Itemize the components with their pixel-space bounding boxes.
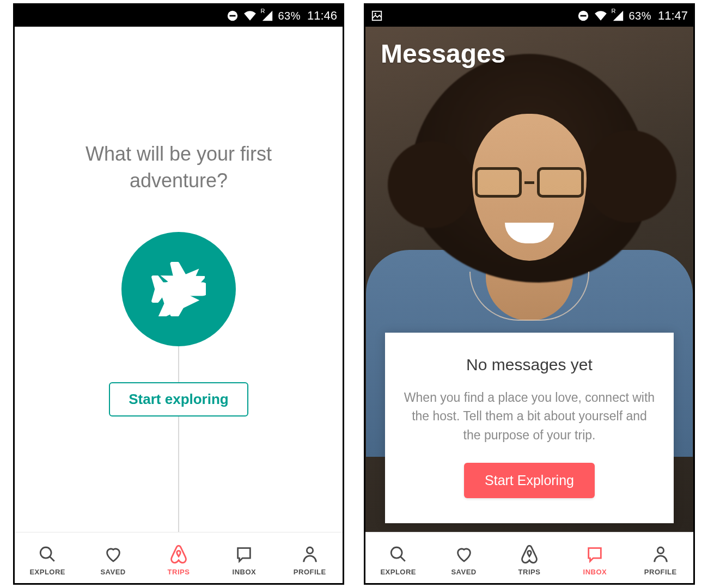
wifi-icon	[243, 10, 257, 22]
person-icon	[650, 543, 672, 565]
dnd-icon	[227, 10, 239, 22]
start-exploring-button[interactable]: Start Exploring	[464, 463, 595, 498]
signal-icon: R	[261, 10, 273, 22]
card-body: When you find a place you love, connect …	[404, 388, 655, 445]
trips-empty-state: What will be your first adventure? Start…	[15, 27, 343, 532]
nav-explore[interactable]: EXPLORE	[20, 543, 75, 576]
nav-saved[interactable]: SAVED	[437, 543, 491, 576]
person-icon	[299, 543, 321, 565]
nav-trips[interactable]: TRIPS	[151, 543, 206, 576]
card-title: No messages yet	[404, 356, 655, 374]
connector-line	[178, 346, 179, 382]
phone-screen-inbox: R 63% 11:47 Messages No messages yet Whe…	[364, 3, 695, 585]
nav-label: SAVED	[100, 568, 125, 576]
nav-label: INBOX	[583, 568, 607, 576]
chat-icon	[233, 543, 255, 565]
search-icon	[387, 543, 409, 565]
clock: 11:47	[658, 9, 688, 23]
svg-rect-8	[581, 15, 587, 17]
nav-label: INBOX	[233, 568, 257, 576]
airplane-circle-icon	[121, 232, 236, 346]
svg-point-4	[307, 547, 313, 553]
bottom-nav: EXPLORE SAVED TRIPS INBOX PROFILE	[365, 532, 693, 583]
empty-messages-card: No messages yet When you find a place yo…	[385, 333, 674, 524]
svg-line-10	[400, 556, 405, 561]
nav-saved[interactable]: SAVED	[86, 543, 141, 576]
nav-label: PROFILE	[644, 568, 677, 576]
heart-icon	[102, 543, 124, 565]
heart-icon	[453, 543, 475, 565]
signal-roaming-label: R	[611, 8, 615, 14]
status-bar: R 63% 11:46	[15, 5, 343, 27]
nav-label: PROFILE	[294, 568, 326, 576]
nav-label: SAVED	[451, 568, 476, 576]
chat-icon	[584, 543, 606, 565]
svg-point-2	[40, 547, 51, 558]
nav-inbox[interactable]: INBOX	[567, 543, 622, 576]
connector-line	[178, 416, 179, 532]
trips-prompt: What will be your first adventure?	[64, 141, 293, 194]
nav-label: TRIPS	[168, 568, 190, 576]
phone-screen-trips: R 63% 11:46 What will be your first adve…	[13, 3, 344, 585]
svg-line-3	[50, 556, 54, 561]
image-notification-icon	[371, 10, 383, 22]
signal-icon: R	[612, 10, 624, 22]
nav-label: TRIPS	[518, 568, 541, 576]
battery-percentage: 63%	[628, 10, 651, 22]
nav-label: EXPLORE	[380, 568, 416, 576]
signal-roaming-label: R	[260, 8, 265, 14]
nav-profile[interactable]: PROFILE	[283, 543, 337, 576]
svg-point-6	[375, 13, 376, 15]
svg-point-9	[391, 547, 402, 558]
nav-label: EXPLORE	[29, 568, 65, 576]
clock: 11:46	[307, 9, 337, 23]
inbox-content: Messages No messages yet When you find a…	[365, 27, 693, 532]
nav-inbox[interactable]: INBOX	[217, 543, 271, 576]
battery-percentage: 63%	[278, 10, 301, 22]
bottom-nav: EXPLORE SAVED TRIPS INBOX PROFILE	[15, 532, 343, 583]
page-title: Messages	[381, 39, 505, 69]
svg-rect-1	[230, 15, 236, 17]
wifi-icon	[594, 10, 608, 22]
start-exploring-button[interactable]: Start exploring	[109, 382, 248, 416]
dnd-icon	[577, 10, 589, 22]
nav-explore[interactable]: EXPLORE	[371, 543, 425, 576]
nav-profile[interactable]: PROFILE	[633, 543, 688, 576]
search-icon	[36, 543, 58, 565]
airbnb-logo-icon	[168, 543, 190, 565]
nav-trips[interactable]: TRIPS	[502, 543, 557, 576]
status-bar: R 63% 11:47	[365, 5, 693, 27]
svg-point-11	[657, 547, 663, 553]
airbnb-logo-icon	[518, 543, 540, 565]
hero-image: Messages No messages yet When you find a…	[365, 27, 693, 532]
